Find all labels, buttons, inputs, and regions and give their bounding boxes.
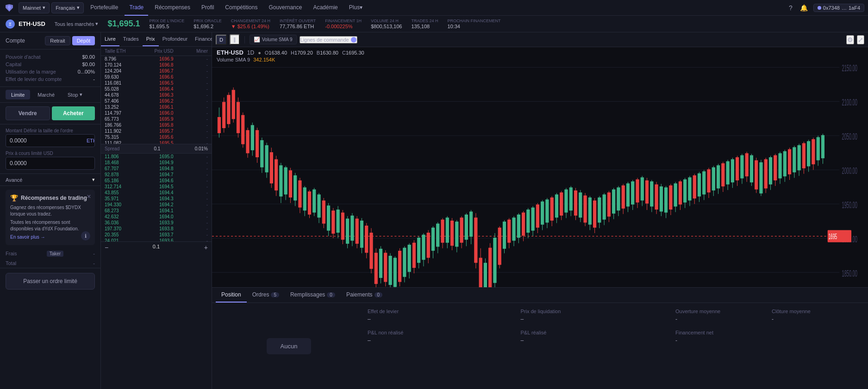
buy-button[interactable]: Acheter: [52, 106, 95, 120]
rewards-link[interactable]: En savoir plus →: [10, 235, 45, 240]
bid-row[interactable]: 65.186 1694.6 -: [101, 178, 212, 184]
ask-row[interactable]: 55.028 1696.4 -: [101, 86, 212, 92]
wallet-button[interactable]: 0x7348 … 1aF4: [813, 4, 864, 12]
tab-trades[interactable]: Trades: [119, 32, 143, 46]
current-price: $1,695.1: [107, 19, 140, 29]
chart-expand-button[interactable]: ⤢: [857, 35, 864, 44]
ask-row[interactable]: 65.773 1695.9 -: [101, 116, 212, 122]
nav-plus[interactable]: Plus ▾: [344, 0, 367, 16]
depot-button[interactable]: Dépôt: [72, 36, 95, 45]
notifications-button[interactable]: 🔔: [798, 2, 810, 13]
bid-row[interactable]: 197.370 1693.8 -: [101, 226, 212, 232]
bid-row[interactable]: 20.355 1693.7 -: [101, 232, 212, 238]
retrait-button[interactable]: Retrait: [45, 36, 70, 45]
nav-recompenses[interactable]: Récompenses: [150, 0, 195, 16]
help-button[interactable]: ?: [787, 2, 794, 13]
amount-input[interactable]: [6, 135, 83, 147]
nav-portefeuille[interactable]: Portefeuille: [86, 0, 123, 16]
ask-row[interactable]: 116.081 1696.5 -: [101, 80, 212, 86]
ask-row[interactable]: 170.124 1696.8 -: [101, 62, 212, 68]
price-input[interactable]: [6, 157, 94, 169]
bid-row[interactable]: 43.855 1694.4 -: [101, 190, 212, 196]
ask-row[interactable]: 57.406 1696.2 -: [101, 98, 212, 104]
ask-row[interactable]: 124.204 1696.7 -: [101, 68, 212, 74]
eth-unit[interactable]: ETH: [83, 135, 95, 147]
wallet-end: 1aF4: [849, 5, 860, 11]
ask-row[interactable]: 44.678 1696.3 -: [101, 92, 212, 98]
ask-row[interactable]: 114.797 1696.0 -: [101, 110, 212, 116]
position-tab[interactable]: Position: [216, 288, 247, 303]
bid-row[interactable]: 18.468 1694.9 -: [101, 160, 212, 166]
svg-text:2000.00: 2000.00: [842, 166, 857, 176]
ask-row[interactable]: 59.630 1696.6 -: [101, 74, 212, 80]
svg-rect-127: [431, 228, 434, 250]
svg-rect-193: [588, 198, 591, 224]
language-selector[interactable]: Français ▾: [51, 2, 84, 13]
decrease-precision-button[interactable]: −: [105, 244, 108, 251]
bid-row[interactable]: 67.707 1694.8 -: [101, 166, 212, 172]
ask-row[interactable]: 13.252 1696.1 -: [101, 104, 212, 110]
nav-trade[interactable]: Trade: [125, 0, 148, 16]
svg-rect-273: [779, 154, 781, 178]
orders-badge: 5: [271, 292, 279, 297]
period-bars[interactable]: ‖: [230, 34, 240, 45]
period-D[interactable]: D: [216, 35, 227, 45]
logo[interactable]: [4, 2, 15, 13]
svg-rect-233: [684, 180, 687, 202]
submit-order-button[interactable]: Passer un ordre limité: [6, 273, 95, 290]
bid-row[interactable]: 194.330 1694.2 -: [101, 202, 212, 208]
bid-row[interactable]: 36.036 1693.9 -: [101, 220, 212, 226]
market-tab[interactable]: Marché: [32, 90, 60, 99]
svg-rect-93: [351, 216, 354, 240]
svg-rect-97: [360, 221, 363, 247]
nav-profil[interactable]: Profil: [197, 0, 219, 16]
chart-settings-button[interactable]: ⚙: [846, 35, 854, 44]
eth-icon: Ξ: [6, 19, 15, 29]
bid-row[interactable]: 35.971 1694.3 -: [101, 196, 212, 202]
avg-close-stat: Clôture moyenne -: [772, 309, 861, 322]
bid-row[interactable]: 11.806 1695.0 -: [101, 154, 212, 160]
orders-tab[interactable]: Ordres 5: [247, 288, 285, 303]
svg-rect-265: [760, 163, 762, 193]
indicators-button[interactable]: 📈 Volume SMA 9: [250, 35, 297, 44]
limit-tab[interactable]: Limite: [6, 90, 30, 99]
ask-row[interactable]: 8.796 1696.9 -: [101, 56, 212, 62]
ask-row[interactable]: 111.902 1695.7 -: [101, 128, 212, 134]
nav-competitions[interactable]: Compétitions: [220, 0, 262, 16]
sell-button[interactable]: Vendre: [6, 106, 50, 120]
increase-precision-button[interactable]: +: [204, 244, 208, 251]
payments-tab[interactable]: Paiements 0: [341, 288, 388, 303]
bid-row[interactable]: 42.632 1694.0 -: [101, 214, 212, 220]
bid-row[interactable]: 92.878 1694.7 -: [101, 172, 212, 178]
svg-rect-103: [375, 253, 377, 284]
ask-row[interactable]: 111.082 1695.5 -: [101, 140, 212, 144]
svg-rect-279: [793, 148, 796, 172]
payments-badge: 0: [375, 292, 383, 297]
svg-rect-169: [531, 208, 534, 230]
network-selector[interactable]: Mainnet ▾: [19, 2, 50, 13]
sma-label: Volume SMA 9 342.154K: [217, 57, 364, 62]
svg-rect-209: [626, 184, 629, 206]
stop-tab[interactable]: Stop ▾: [62, 90, 88, 99]
ask-row[interactable]: 186.766 1695.8 -: [101, 122, 212, 128]
bid-row[interactable]: 68.273 1694.1 -: [101, 208, 212, 214]
nav-academie[interactable]: Académie: [308, 0, 342, 16]
leverage-stat: Effet de levier –: [368, 309, 513, 322]
fills-tab[interactable]: Remplissages 0: [285, 288, 341, 303]
tab-prix[interactable]: Prix: [143, 32, 159, 46]
bid-row[interactable]: 24.021 1693.6 -: [101, 238, 212, 241]
advanced-toggle[interactable]: Avancé ▾: [0, 174, 100, 186]
svg-rect-143: [470, 212, 473, 236]
svg-text:1695: 1695: [829, 232, 837, 241]
markets-selector[interactable]: Tous les marchés ▾: [55, 21, 99, 27]
tab-livre[interactable]: Livre: [101, 32, 119, 46]
svg-rect-223: [660, 187, 662, 211]
tab-profondeur[interactable]: Profondeur: [159, 32, 191, 46]
order-lines-toggle[interactable]: Lignes de commande: [300, 36, 357, 43]
info-button[interactable]: ℹ: [81, 231, 90, 241]
nav-gouvernance[interactable]: Gouvernance: [264, 0, 306, 16]
rewards-close-button[interactable]: ✕: [87, 193, 91, 200]
bid-row[interactable]: 312.714 1694.5 -: [101, 184, 212, 190]
ask-row[interactable]: 75.315 1695.6 -: [101, 134, 212, 140]
wallet-status-dot: [818, 6, 821, 10]
